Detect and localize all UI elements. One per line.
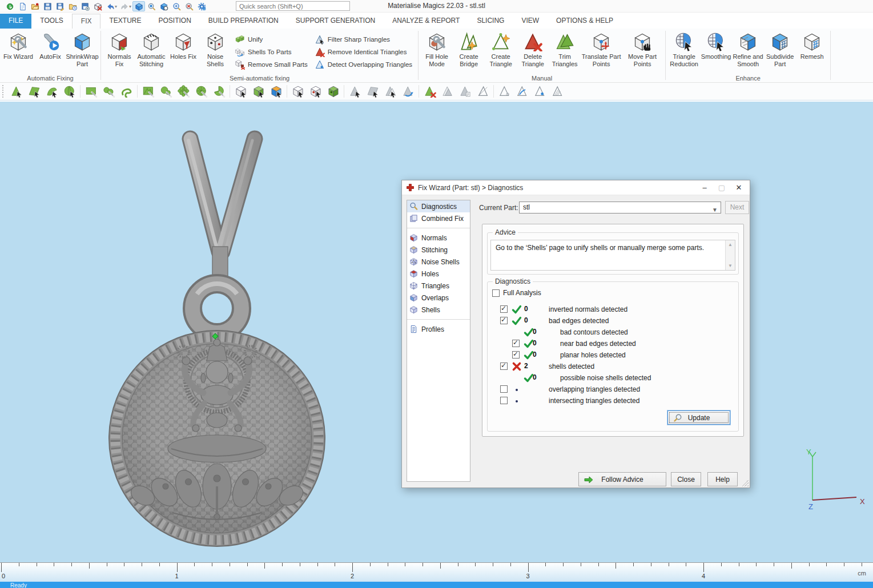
remove-small-parts-button[interactable]: Remove Small Parts [235, 58, 308, 71]
remesh-button[interactable]: Remesh [796, 31, 828, 62]
select-shell-icon[interactable] [63, 84, 77, 98]
mark-part-icon[interactable] [291, 84, 305, 98]
tab-view[interactable]: VIEW [513, 14, 548, 29]
sidebar-item-noise-shells[interactable]: Noise Shells [407, 256, 470, 268]
tab-file[interactable]: FILE [0, 14, 31, 29]
remove-part-icon[interactable] [91, 1, 104, 11]
pie-selection-icon[interactable] [195, 84, 208, 98]
select-through-part-icon[interactable] [234, 84, 248, 98]
save-as-icon[interactable] [54, 1, 66, 11]
tab-support-generation[interactable]: SUPPORT GENERATION [287, 14, 384, 29]
sidebar-item-shells[interactable]: Shells [407, 304, 470, 316]
sphere-brush-selection-icon[interactable] [159, 84, 173, 98]
gray-triangle-select-icon[interactable] [348, 84, 362, 98]
tab-tools[interactable]: TOOLS [31, 14, 71, 29]
gray-surface-select-icon[interactable] [384, 84, 397, 98]
redo-dropdown-icon[interactable]: ▾ [129, 4, 131, 9]
follow-advice-button[interactable]: Follow Advice [578, 472, 666, 486]
quick-settings-icon[interactable]: Q [195, 1, 208, 11]
window-triangle-selection-icon[interactable] [142, 84, 155, 98]
import-part-icon[interactable] [66, 1, 79, 11]
maximize-button[interactable]: ▢ [713, 182, 730, 194]
unzoom-icon[interactable] [183, 1, 195, 11]
tab-options-help[interactable]: OPTIONS & HELP [548, 14, 622, 29]
hatched-triangle-icon[interactable] [551, 84, 565, 98]
move-part-points-button[interactable]: Move Part Points [622, 31, 663, 69]
diagnostic-checkbox[interactable] [500, 317, 508, 324]
diagnostic-checkbox[interactable] [500, 397, 508, 404]
detect-overlapping-triangles-button[interactable]: Detect Overlapping Triangles [315, 58, 412, 71]
advice-textarea[interactable]: Go to the ‘Shells’ page to unify shells … [490, 240, 735, 271]
undo-dropdown-icon[interactable]: ▾ [115, 4, 117, 9]
gray-triangle-2-icon[interactable] [441, 84, 454, 98]
select-plane-icon[interactable] [27, 84, 41, 98]
view-part-icon[interactable] [158, 1, 170, 11]
sidebar-item-holes[interactable]: Holes [407, 268, 470, 280]
diagnostic-checkbox[interactable] [500, 305, 508, 313]
remove-identical-triangles-button[interactable]: Remove Identical Triangles [315, 46, 412, 58]
holes-fix-button[interactable]: Holes Fix [167, 31, 199, 62]
shells-to-parts-button[interactable]: Shells To Parts [235, 46, 308, 58]
advice-scrollbar[interactable]: ▲ ▼ [725, 240, 735, 270]
tab-fix[interactable]: FIX [72, 14, 101, 29]
sidebar-item-profiles[interactable]: Profiles [407, 323, 470, 335]
outline-triangle-icon[interactable] [498, 84, 512, 98]
subdivide-part-button[interactable]: Subdivide Part [764, 31, 796, 69]
select-surface-icon[interactable] [45, 84, 59, 98]
diagnostic-checkbox[interactable] [500, 385, 508, 393]
export-part-icon[interactable] [79, 1, 91, 11]
full-analysis-checkbox[interactable] [492, 289, 500, 297]
zoom-scene-icon[interactable] [132, 1, 145, 11]
resize-grip[interactable] [742, 480, 749, 486]
smooth-marked-triangles-icon[interactable] [401, 84, 415, 98]
noise-shells-button[interactable]: Noise Shells [199, 31, 231, 69]
refine-and-smooth-button[interactable]: Refine and Smooth [732, 31, 764, 69]
sidebar-item-diagnostics[interactable]: Diagnostics [407, 200, 470, 212]
close-button[interactable]: ✕ [730, 182, 747, 194]
trim-triangles-button[interactable]: Trim Triangles [549, 31, 581, 69]
rectangle-selection-icon[interactable] [85, 84, 98, 98]
close-dialog-button[interactable]: Close [671, 472, 701, 486]
filter-sharp-triangles-button[interactable]: Filter Sharp Triangles [315, 33, 412, 46]
create-bridge-button[interactable]: Create Bridge [453, 31, 485, 69]
toolbar-grip[interactable] [2, 85, 5, 98]
next-button[interactable]: Next [725, 201, 749, 214]
smoothing-button[interactable]: Smoothing [700, 31, 732, 62]
triangle-point-icon[interactable] [533, 84, 547, 98]
mark-shell-icon[interactable] [327, 84, 340, 98]
scroll-down-icon[interactable]: ▼ [726, 261, 735, 270]
shrinkwrap-part-button[interactable]: ShrinkWrap Part [66, 31, 98, 69]
scroll-up-icon[interactable]: ▲ [726, 240, 735, 249]
gray-plane-select-icon[interactable] [366, 84, 380, 98]
update-button[interactable]: Update [667, 410, 730, 425]
tab-position[interactable]: POSITION [150, 14, 200, 29]
delete-triangle-button[interactable]: Delete Triangle [517, 31, 549, 69]
tab-slicing[interactable]: SLICING [468, 14, 513, 29]
select-colored-part-icon[interactable] [269, 84, 283, 98]
sidebar-item-normals[interactable]: Normals [407, 232, 470, 244]
fill-hole-mode-button[interactable]: Fill Hole Mode [421, 31, 453, 69]
triangle-properties-icon[interactable] [458, 84, 472, 98]
new-document-icon[interactable] [16, 1, 29, 11]
small-pie-selection-icon[interactable] [212, 84, 226, 98]
sidebar-item-stitching[interactable]: Stitching [407, 244, 470, 256]
sidebar-item-overlaps[interactable]: Overlaps [407, 292, 470, 304]
tab-build-preparation[interactable]: BUILD PREPARATION [200, 14, 287, 29]
tab-analyze-report[interactable]: ANALYZE & REPORT [384, 14, 468, 29]
gray-triangle-3-icon[interactable] [476, 84, 490, 98]
sidebar-item-triangles[interactable]: Triangles [407, 280, 470, 292]
diagnostic-checkbox[interactable] [512, 340, 520, 347]
unify-button[interactable]: Unify [235, 33, 308, 46]
search-input[interactable] [236, 1, 350, 11]
create-triangle-button[interactable]: Create Triangle [485, 31, 517, 69]
select-on-part-icon[interactable] [252, 84, 265, 98]
save-icon[interactable] [41, 1, 54, 11]
minimize-button[interactable]: – [696, 182, 713, 194]
mark-bad-triangles-icon[interactable] [309, 84, 323, 98]
triangle-reduction-button[interactable]: Triangle Reduction [668, 31, 700, 69]
sidebar-item-combined-fix[interactable]: Combined Fix [407, 212, 470, 224]
app-icon[interactable] [3, 1, 16, 11]
fix-wizard-button[interactable]: Fix Wizard [2, 31, 34, 62]
automatic-stitching-button[interactable]: Automatic Stitching [135, 31, 167, 69]
help-button[interactable]: Help [707, 472, 738, 486]
